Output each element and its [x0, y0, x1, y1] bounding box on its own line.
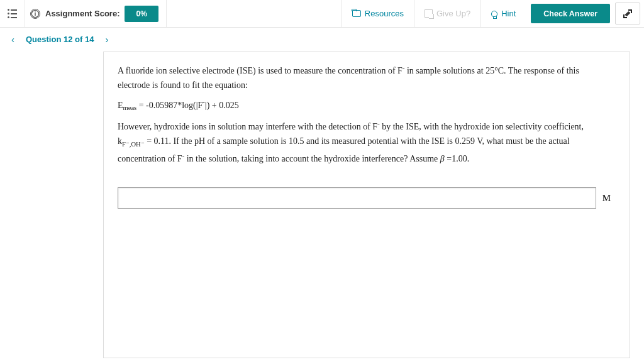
answer-row: M: [118, 187, 611, 209]
resources-button[interactable]: Resources: [341, 0, 414, 27]
next-question-button[interactable]: ›: [103, 31, 111, 47]
bulb-icon: [491, 11, 497, 17]
give-up-button[interactable]: Give Up?: [414, 0, 480, 27]
answer-input[interactable]: [118, 187, 596, 209]
give-up-label: Give Up?: [436, 9, 470, 18]
check-answer-button[interactable]: Check Answer: [531, 4, 610, 23]
prev-question-button[interactable]: ‹: [9, 31, 17, 47]
score-badge: 0%: [125, 6, 158, 22]
answer-unit: M: [602, 193, 611, 204]
question-nav: ‹ Question 12 of 14 ›: [0, 28, 644, 50]
hint-label: Hint: [501, 9, 516, 18]
question-text: A fluoride ion selective electrode (ISE)…: [118, 62, 611, 166]
exit-icon: [425, 9, 433, 18]
hint-button[interactable]: Hint: [480, 0, 526, 27]
content-area: A fluoride ion selective electrode (ISE)…: [14, 52, 630, 358]
svg-rect-2: [35, 11, 35, 12]
resources-label: Resources: [365, 9, 404, 18]
spacer: [167, 0, 341, 27]
check-answer-label: Check Answer: [543, 9, 597, 18]
fullscreen-button[interactable]: [615, 3, 640, 25]
folder-icon: [352, 10, 361, 17]
question-panel: A fluoride ion selective electrode (ISE)…: [103, 52, 630, 358]
list-icon: [8, 9, 17, 18]
svg-rect-1: [35, 13, 35, 15]
top-toolbar: Assignment Score: 0% Resources Give Up? …: [0, 0, 644, 28]
question-counter[interactable]: Question 12 of 14: [26, 35, 94, 44]
info-icon[interactable]: [30, 9, 40, 19]
menu-button[interactable]: [0, 0, 25, 27]
assignment-score: Assignment Score: 0%: [25, 0, 167, 27]
score-label: Assignment Score:: [45, 9, 119, 18]
expand-icon: [623, 9, 632, 18]
